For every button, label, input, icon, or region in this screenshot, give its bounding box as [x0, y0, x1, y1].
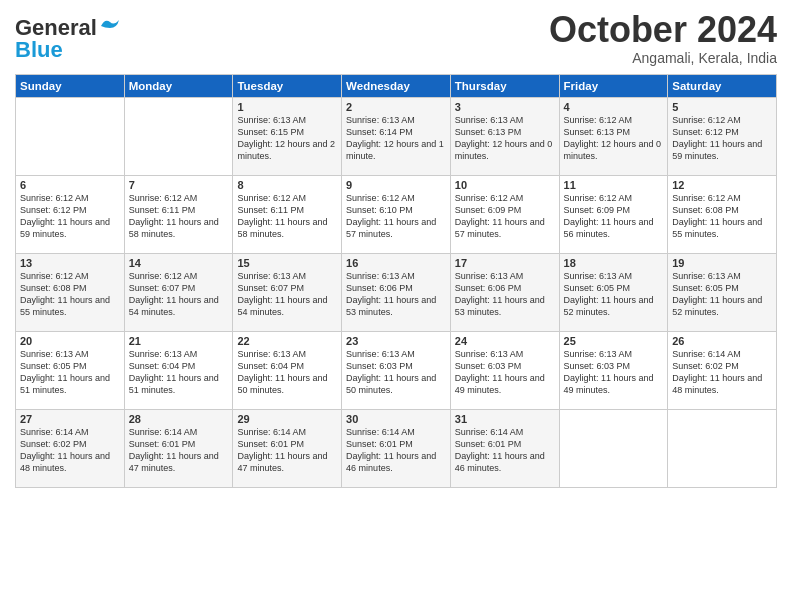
- header-day: Wednesday: [342, 74, 451, 97]
- day-number: 3: [455, 101, 555, 113]
- cell-content: Sunrise: 6:14 AMSunset: 6:01 PMDaylight:…: [237, 426, 337, 475]
- header-day: Sunday: [16, 74, 125, 97]
- page: General Blue October 2024 Angamali, Kera…: [0, 0, 792, 612]
- calendar-cell: 29Sunrise: 6:14 AMSunset: 6:01 PMDayligh…: [233, 409, 342, 487]
- day-number: 2: [346, 101, 446, 113]
- day-number: 9: [346, 179, 446, 191]
- cell-content: Sunrise: 6:12 AMSunset: 6:10 PMDaylight:…: [346, 192, 446, 241]
- cell-content: Sunrise: 6:13 AMSunset: 6:06 PMDaylight:…: [346, 270, 446, 319]
- calendar-cell: 6Sunrise: 6:12 AMSunset: 6:12 PMDaylight…: [16, 175, 125, 253]
- header-day: Saturday: [668, 74, 777, 97]
- calendar-cell: 5Sunrise: 6:12 AMSunset: 6:12 PMDaylight…: [668, 97, 777, 175]
- header-day: Friday: [559, 74, 668, 97]
- cell-content: Sunrise: 6:14 AMSunset: 6:02 PMDaylight:…: [20, 426, 120, 475]
- day-number: 27: [20, 413, 120, 425]
- day-number: 23: [346, 335, 446, 347]
- cell-content: Sunrise: 6:12 AMSunset: 6:09 PMDaylight:…: [455, 192, 555, 241]
- cell-content: Sunrise: 6:14 AMSunset: 6:01 PMDaylight:…: [455, 426, 555, 475]
- cell-content: Sunrise: 6:12 AMSunset: 6:12 PMDaylight:…: [672, 114, 772, 163]
- day-number: 14: [129, 257, 229, 269]
- logo: General Blue: [15, 15, 121, 63]
- header: General Blue October 2024 Angamali, Kera…: [15, 10, 777, 66]
- calendar-cell: 18Sunrise: 6:13 AMSunset: 6:05 PMDayligh…: [559, 253, 668, 331]
- calendar-cell: 21Sunrise: 6:13 AMSunset: 6:04 PMDayligh…: [124, 331, 233, 409]
- cell-content: Sunrise: 6:13 AMSunset: 6:05 PMDaylight:…: [564, 270, 664, 319]
- calendar-cell: 14Sunrise: 6:12 AMSunset: 6:07 PMDayligh…: [124, 253, 233, 331]
- cell-content: Sunrise: 6:12 AMSunset: 6:12 PMDaylight:…: [20, 192, 120, 241]
- calendar-table: SundayMondayTuesdayWednesdayThursdayFrid…: [15, 74, 777, 488]
- cell-content: Sunrise: 6:13 AMSunset: 6:03 PMDaylight:…: [455, 348, 555, 397]
- calendar-cell: 7Sunrise: 6:12 AMSunset: 6:11 PMDaylight…: [124, 175, 233, 253]
- calendar-cell: 12Sunrise: 6:12 AMSunset: 6:08 PMDayligh…: [668, 175, 777, 253]
- day-number: 31: [455, 413, 555, 425]
- calendar-cell: 17Sunrise: 6:13 AMSunset: 6:06 PMDayligh…: [450, 253, 559, 331]
- cell-content: Sunrise: 6:14 AMSunset: 6:02 PMDaylight:…: [672, 348, 772, 397]
- cell-content: Sunrise: 6:14 AMSunset: 6:01 PMDaylight:…: [129, 426, 229, 475]
- header-day: Tuesday: [233, 74, 342, 97]
- week-row: 27Sunrise: 6:14 AMSunset: 6:02 PMDayligh…: [16, 409, 777, 487]
- logo-bird-icon: [99, 18, 121, 34]
- header-row: SundayMondayTuesdayWednesdayThursdayFrid…: [16, 74, 777, 97]
- day-number: 26: [672, 335, 772, 347]
- calendar-cell: 3Sunrise: 6:13 AMSunset: 6:13 PMDaylight…: [450, 97, 559, 175]
- calendar-cell: 13Sunrise: 6:12 AMSunset: 6:08 PMDayligh…: [16, 253, 125, 331]
- week-row: 1Sunrise: 6:13 AMSunset: 6:15 PMDaylight…: [16, 97, 777, 175]
- calendar-cell: 20Sunrise: 6:13 AMSunset: 6:05 PMDayligh…: [16, 331, 125, 409]
- day-number: 11: [564, 179, 664, 191]
- calendar-cell: 22Sunrise: 6:13 AMSunset: 6:04 PMDayligh…: [233, 331, 342, 409]
- calendar-cell: 23Sunrise: 6:13 AMSunset: 6:03 PMDayligh…: [342, 331, 451, 409]
- calendar-cell: 1Sunrise: 6:13 AMSunset: 6:15 PMDaylight…: [233, 97, 342, 175]
- day-number: 7: [129, 179, 229, 191]
- day-number: 20: [20, 335, 120, 347]
- cell-content: Sunrise: 6:14 AMSunset: 6:01 PMDaylight:…: [346, 426, 446, 475]
- cell-content: Sunrise: 6:13 AMSunset: 6:03 PMDaylight:…: [564, 348, 664, 397]
- calendar-cell: 2Sunrise: 6:13 AMSunset: 6:14 PMDaylight…: [342, 97, 451, 175]
- week-row: 13Sunrise: 6:12 AMSunset: 6:08 PMDayligh…: [16, 253, 777, 331]
- day-number: 12: [672, 179, 772, 191]
- calendar-cell: [559, 409, 668, 487]
- day-number: 24: [455, 335, 555, 347]
- calendar-cell: [668, 409, 777, 487]
- cell-content: Sunrise: 6:12 AMSunset: 6:11 PMDaylight:…: [129, 192, 229, 241]
- day-number: 13: [20, 257, 120, 269]
- calendar-cell: 27Sunrise: 6:14 AMSunset: 6:02 PMDayligh…: [16, 409, 125, 487]
- cell-content: Sunrise: 6:13 AMSunset: 6:13 PMDaylight:…: [455, 114, 555, 163]
- calendar-cell: 9Sunrise: 6:12 AMSunset: 6:10 PMDaylight…: [342, 175, 451, 253]
- day-number: 4: [564, 101, 664, 113]
- week-row: 6Sunrise: 6:12 AMSunset: 6:12 PMDaylight…: [16, 175, 777, 253]
- calendar-cell: 15Sunrise: 6:13 AMSunset: 6:07 PMDayligh…: [233, 253, 342, 331]
- day-number: 8: [237, 179, 337, 191]
- calendar-cell: 28Sunrise: 6:14 AMSunset: 6:01 PMDayligh…: [124, 409, 233, 487]
- cell-content: Sunrise: 6:12 AMSunset: 6:08 PMDaylight:…: [20, 270, 120, 319]
- calendar-cell: 8Sunrise: 6:12 AMSunset: 6:11 PMDaylight…: [233, 175, 342, 253]
- cell-content: Sunrise: 6:13 AMSunset: 6:15 PMDaylight:…: [237, 114, 337, 163]
- calendar-cell: [124, 97, 233, 175]
- day-number: 25: [564, 335, 664, 347]
- cell-content: Sunrise: 6:12 AMSunset: 6:11 PMDaylight:…: [237, 192, 337, 241]
- day-number: 6: [20, 179, 120, 191]
- cell-content: Sunrise: 6:13 AMSunset: 6:05 PMDaylight:…: [20, 348, 120, 397]
- day-number: 1: [237, 101, 337, 113]
- calendar-cell: 30Sunrise: 6:14 AMSunset: 6:01 PMDayligh…: [342, 409, 451, 487]
- cell-content: Sunrise: 6:12 AMSunset: 6:13 PMDaylight:…: [564, 114, 664, 163]
- day-number: 16: [346, 257, 446, 269]
- calendar-cell: 10Sunrise: 6:12 AMSunset: 6:09 PMDayligh…: [450, 175, 559, 253]
- day-number: 21: [129, 335, 229, 347]
- logo-blue: Blue: [15, 37, 63, 63]
- day-number: 17: [455, 257, 555, 269]
- calendar-cell: 25Sunrise: 6:13 AMSunset: 6:03 PMDayligh…: [559, 331, 668, 409]
- cell-content: Sunrise: 6:13 AMSunset: 6:03 PMDaylight:…: [346, 348, 446, 397]
- day-number: 28: [129, 413, 229, 425]
- day-number: 15: [237, 257, 337, 269]
- day-number: 19: [672, 257, 772, 269]
- day-number: 30: [346, 413, 446, 425]
- cell-content: Sunrise: 6:12 AMSunset: 6:07 PMDaylight:…: [129, 270, 229, 319]
- calendar-cell: 11Sunrise: 6:12 AMSunset: 6:09 PMDayligh…: [559, 175, 668, 253]
- calendar-cell: 19Sunrise: 6:13 AMSunset: 6:05 PMDayligh…: [668, 253, 777, 331]
- cell-content: Sunrise: 6:13 AMSunset: 6:14 PMDaylight:…: [346, 114, 446, 163]
- day-number: 29: [237, 413, 337, 425]
- calendar-cell: [16, 97, 125, 175]
- day-number: 22: [237, 335, 337, 347]
- calendar-cell: 26Sunrise: 6:14 AMSunset: 6:02 PMDayligh…: [668, 331, 777, 409]
- cell-content: Sunrise: 6:13 AMSunset: 6:07 PMDaylight:…: [237, 270, 337, 319]
